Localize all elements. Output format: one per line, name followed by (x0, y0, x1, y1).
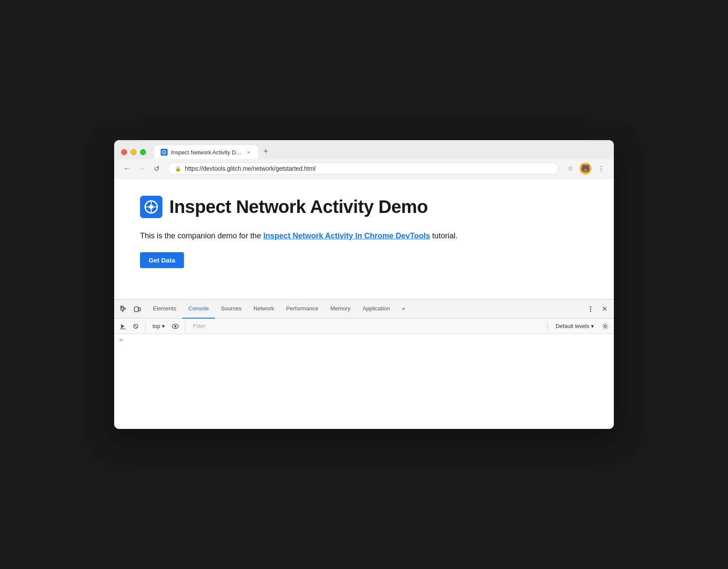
forward-button[interactable]: → (136, 163, 148, 175)
svg-point-18 (604, 325, 607, 327)
more-menu-button[interactable]: ⋮ (595, 163, 607, 175)
svg-point-17 (174, 325, 177, 327)
device-toolbar-icon[interactable] (131, 303, 143, 315)
page-logo (140, 196, 162, 218)
description-suffix: tutorial. (430, 231, 457, 240)
star-icon[interactable]: ☆ (564, 163, 576, 175)
levels-arrow: ▾ (591, 323, 594, 329)
address-input[interactable]: 🔒 https://devtools.glitch.me/network/get… (168, 163, 559, 175)
devtools-more-button[interactable] (585, 303, 597, 315)
page-heading: Inspect Network Activity Demo (140, 196, 588, 218)
close-button[interactable] (121, 149, 127, 155)
tab-favicon (161, 149, 168, 156)
svg-rect-7 (134, 307, 138, 312)
default-levels-selector[interactable]: Default levels ▾ (552, 322, 597, 330)
svg-point-1 (164, 152, 165, 153)
context-arrow: ▾ (162, 323, 165, 329)
svg-point-11 (590, 310, 591, 312)
svg-point-10 (590, 308, 591, 310)
user-avatar[interactable]: 🐻 (579, 163, 591, 175)
eye-icon[interactable] (170, 321, 180, 331)
context-label: top (152, 323, 160, 329)
toolbar-separator-3 (548, 322, 548, 331)
refresh-button[interactable]: ↺ (150, 163, 162, 175)
tab-console[interactable]: Console (182, 300, 215, 319)
tab-performance[interactable]: Performance (280, 300, 324, 319)
console-settings-icon[interactable] (600, 321, 610, 331)
console-content: > (114, 334, 614, 429)
page-title: Inspect Network Activity Demo (169, 197, 428, 217)
browser-window: Inspect Network Activity Demo × + ← → ↺ … (114, 140, 614, 429)
filter-input[interactable] (190, 323, 543, 329)
svg-line-15 (134, 325, 137, 328)
console-prompt[interactable]: > (114, 336, 614, 344)
maximize-button[interactable] (140, 149, 146, 155)
tab-more[interactable]: » (396, 300, 411, 319)
tab-memory[interactable]: Memory (324, 300, 357, 319)
run-script-icon[interactable] (118, 321, 128, 331)
devtools-tabs: Elements Console Sources Network Perform… (114, 300, 614, 319)
new-tab-button[interactable]: + (260, 145, 272, 157)
devtools-icons-right: ✕ (585, 303, 610, 315)
address-bar: ← → ↺ 🔒 https://devtools.glitch.me/netwo… (114, 159, 614, 178)
inspect-element-icon[interactable] (118, 303, 130, 315)
tab-network[interactable]: Network (248, 300, 280, 319)
levels-label: Default levels (556, 323, 589, 329)
lock-icon: 🔒 (175, 166, 181, 172)
console-toolbar: top ▾ Default levels ▾ (114, 319, 614, 334)
nav-buttons: ← → ↺ (121, 163, 162, 175)
toolbar-separator-2 (185, 322, 185, 331)
tab-elements[interactable]: Elements (147, 300, 182, 319)
back-button[interactable]: ← (121, 163, 133, 175)
address-text: https://devtools.glitch.me/network/getst… (185, 165, 315, 172)
toolbar-separator (145, 322, 146, 331)
toolbar-icons: ☆ 🐻 ⋮ (564, 163, 607, 175)
tab-sources[interactable]: Sources (215, 300, 248, 319)
devtools-close-button[interactable]: ✕ (598, 303, 610, 315)
get-data-button[interactable]: Get Data (140, 252, 184, 268)
devtools-panel: Elements Console Sources Network Perform… (114, 299, 614, 429)
minimize-button[interactable] (131, 149, 137, 155)
svg-marker-12 (121, 324, 124, 328)
context-selector[interactable]: top ▾ (150, 322, 168, 330)
description-prefix: This is the companion demo for the (140, 231, 263, 240)
devtools-icons-left (118, 303, 143, 315)
tabs-area: Inspect Network Activity Demo × + (155, 145, 607, 159)
title-bar: Inspect Network Activity Demo × + (114, 140, 614, 159)
svg-point-9 (590, 306, 591, 307)
tab-title: Inspect Network Activity Demo (171, 149, 242, 156)
clear-console-icon[interactable] (131, 321, 141, 331)
page-content: Inspect Network Activity Demo This is th… (114, 178, 614, 299)
devtools-link[interactable]: Inspect Network Activity In Chrome DevTo… (263, 231, 430, 240)
page-description: This is the companion demo for the Inspe… (140, 230, 588, 242)
svg-rect-8 (139, 308, 140, 311)
active-tab[interactable]: Inspect Network Activity Demo × (155, 145, 258, 159)
tab-application[interactable]: Application (357, 300, 396, 319)
traffic-lights (121, 149, 146, 155)
tab-close-button[interactable]: × (245, 149, 252, 156)
